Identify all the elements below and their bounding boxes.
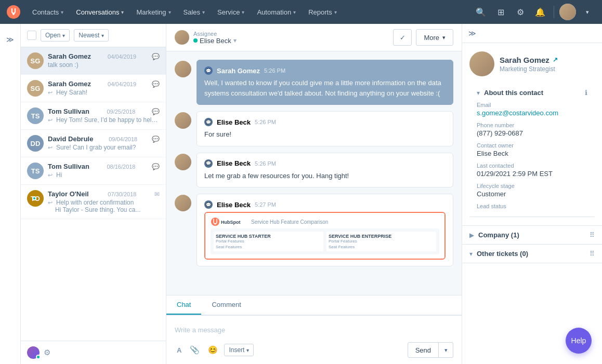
expand-right-panel-icon[interactable]: ≫ xyxy=(468,29,476,37)
collapse-sidebar-button[interactable]: ≫ xyxy=(3,32,18,47)
conversation-header-actions: ✓ More ▾ xyxy=(393,29,453,46)
other-tickets-section-header[interactable]: ▾ Other tickets (0) ⠿ xyxy=(462,245,602,263)
about-info-icon[interactable]: ℹ xyxy=(585,89,587,97)
conv-name: Tom Sullivan xyxy=(48,107,89,115)
conv-name: David Debrule xyxy=(48,135,93,143)
nav-divider xyxy=(554,6,554,18)
contact-name[interactable]: Sarah Gomez ↗ xyxy=(500,56,558,64)
right-panel-toggle: ≫ xyxy=(462,24,602,43)
tickets-chevron-icon: ▾ xyxy=(469,250,473,258)
hubspot-logo[interactable] xyxy=(6,5,21,19)
assignee-dropdown-icon: ▾ xyxy=(233,37,237,44)
contact-title: Marketing Strategist xyxy=(500,65,558,73)
user-avatar[interactable] xyxy=(559,4,576,20)
sales-chevron-icon: ▾ xyxy=(202,9,205,15)
card-starter-col: Seat Features xyxy=(216,245,321,249)
settings-icon[interactable]: ⚙ xyxy=(512,4,529,20)
conv-date: 04/04/2019 xyxy=(108,81,136,87)
settings-gear-icon[interactable]: ⚙ xyxy=(44,348,50,357)
nav-marketing[interactable]: Marketing ▾ xyxy=(131,6,176,18)
conv-date: 07/30/2018 xyxy=(108,191,136,197)
emoji-icon[interactable]: 😊 xyxy=(206,343,220,357)
lead-status-label: Lead status xyxy=(477,203,587,209)
conv-comment-icon: 💬 xyxy=(152,136,160,143)
lifecycle-value: Customer xyxy=(477,190,587,198)
tab-comment[interactable]: Comment xyxy=(201,295,251,315)
conversation-header: Assignee Elise Beck ▾ ✓ More ▾ xyxy=(166,24,462,51)
conv-date: 04/04/2019 xyxy=(108,53,136,60)
conv-name: Sarah Gomez xyxy=(48,52,91,60)
email-value[interactable]: s.gomez@costarvideo.com xyxy=(477,109,587,117)
about-contact-section: ▾ About this contact ℹ Email s.gomez@cos… xyxy=(469,84,595,217)
card-enterprise-col: Seat Features xyxy=(329,245,434,249)
nav-contacts[interactable]: Contacts ▾ xyxy=(27,6,69,18)
select-all-checkbox[interactable] xyxy=(27,31,36,40)
notifications-icon[interactable]: 🔔 xyxy=(532,4,548,20)
messages-area: 💬 Sarah Gomez 5:26 PM Well, I wanted to … xyxy=(166,51,462,295)
conv-snippet: Hi xyxy=(56,171,160,179)
company-section-title: Company (1) xyxy=(478,231,585,239)
user-online-dot xyxy=(36,355,41,359)
nav-reports[interactable]: Reports ▾ xyxy=(303,6,342,18)
conv-item-david[interactable]: DD David Debrule 09/04/2018 💬 ↩ Sure! Ca… xyxy=(21,130,166,157)
bold-text-icon[interactable]: A xyxy=(175,344,184,356)
owner-value: Elise Beck xyxy=(477,150,587,157)
open-filter-button[interactable]: Open ▾ xyxy=(41,29,70,42)
conv-item-sarah-2[interactable]: SG Sarah Gomez 04/04/2019 💬 ↩ Hey Sarah! xyxy=(21,75,166,102)
main-layout: ≫ Open ▾ Newest ▾ SG Sarah Gomez 04/04/2… xyxy=(0,24,602,364)
conv-date: 08/16/2018 xyxy=(107,164,135,170)
contact-card: Sarah Gomez ↗ Marketing Strategist ▾ Abo… xyxy=(462,43,602,226)
svg-point-1 xyxy=(12,13,15,15)
bottom-settings-bar: ⚙ xyxy=(21,341,166,364)
last-contacted-label: Last contacted xyxy=(477,163,587,169)
conv-snippet: Sure! Can I grab your email? xyxy=(56,144,160,151)
reply-icon: ↩ xyxy=(48,117,53,124)
insert-button[interactable]: Insert ▾ xyxy=(224,344,254,356)
newest-filter-button[interactable]: Newest ▾ xyxy=(74,29,109,42)
card-starter-detail: Portal Features xyxy=(216,239,321,244)
conv-item-taylor[interactable]: TO Taylor O'Neil 07/30/2018 ✉ ↩ Help wit… xyxy=(21,185,166,219)
account-chevron-icon[interactable]: ▾ xyxy=(579,4,596,20)
message-row-3: 💬 Elise Beck 5:26 PM Let me grab a few r… xyxy=(175,153,453,188)
assignee-label: Assignee xyxy=(193,31,237,37)
nav-service[interactable]: Service ▾ xyxy=(212,6,250,18)
conversation-detail-panel: Assignee Elise Beck ▾ ✓ More ▾ xyxy=(166,24,462,364)
msg-sender-elise-2: Elise Beck xyxy=(217,159,251,167)
help-button[interactable]: Help xyxy=(566,328,592,354)
more-button[interactable]: More ▾ xyxy=(416,29,453,46)
tab-chat[interactable]: Chat xyxy=(166,295,201,315)
svg-point-2 xyxy=(211,218,219,226)
attachment-icon[interactable]: 📎 xyxy=(188,343,202,357)
phone-label: Phone number xyxy=(477,122,587,128)
message-bubble-sarah: 💬 Sarah Gomez 5:26 PM Well, I wanted to … xyxy=(197,60,453,105)
reply-icon: ↩ xyxy=(48,89,53,96)
msg-time-2: 5:26 PM xyxy=(255,119,276,125)
conv-snippet-2: Hi Taylor - Sure thing. You ca... xyxy=(48,206,160,213)
conv-email-icon: ✉ xyxy=(154,191,160,198)
send-button[interactable]: Send xyxy=(408,342,439,358)
lead-status-detail: Lead status xyxy=(477,203,587,210)
search-icon[interactable]: 🔍 xyxy=(473,4,489,20)
about-section-header[interactable]: ▾ About this contact ℹ xyxy=(469,84,595,102)
external-link-icon[interactable]: ↗ xyxy=(553,56,558,63)
nav-sales[interactable]: Sales ▾ xyxy=(178,6,211,18)
conv-item-tom-2[interactable]: TS Tom Sullivan 08/16/2018 💬 ↩ Hi xyxy=(21,157,166,185)
compose-toolbar: A 📎 😊 Insert ▾ Send ▾ xyxy=(175,342,453,358)
conv-avatar: TS xyxy=(27,107,44,124)
user-status-area xyxy=(27,346,40,359)
conv-item-tom-1[interactable]: TS Tom Sullivan 09/25/2018 💬 ↩ Hey Tom! … xyxy=(21,102,166,130)
assignee-online-dot xyxy=(193,38,198,43)
company-section-header[interactable]: ▶ Company (1) ⠿ xyxy=(462,226,602,244)
reply-icon: ↩ xyxy=(48,172,53,179)
check-button[interactable]: ✓ xyxy=(393,29,412,46)
conv-item-sarah-1[interactable]: SG Sarah Gomez 04/04/2019 💬 talk soon :) xyxy=(21,47,166,75)
nav-automation[interactable]: Automation ▾ xyxy=(252,6,301,18)
marketplace-icon[interactable]: ⊞ xyxy=(492,4,509,20)
nav-conversations[interactable]: Conversations ▾ xyxy=(71,6,129,18)
about-chevron-icon: ▾ xyxy=(477,89,480,97)
compose-input[interactable]: Write a message xyxy=(175,322,453,338)
assignee-name-value[interactable]: Elise Beck ▾ xyxy=(193,37,237,45)
send-dropdown-button[interactable]: ▾ xyxy=(439,342,453,358)
message-row-2: 💬 Elise Beck 5:26 PM For sure! xyxy=(175,111,453,146)
open-filter-chevron-icon: ▾ xyxy=(62,33,65,38)
